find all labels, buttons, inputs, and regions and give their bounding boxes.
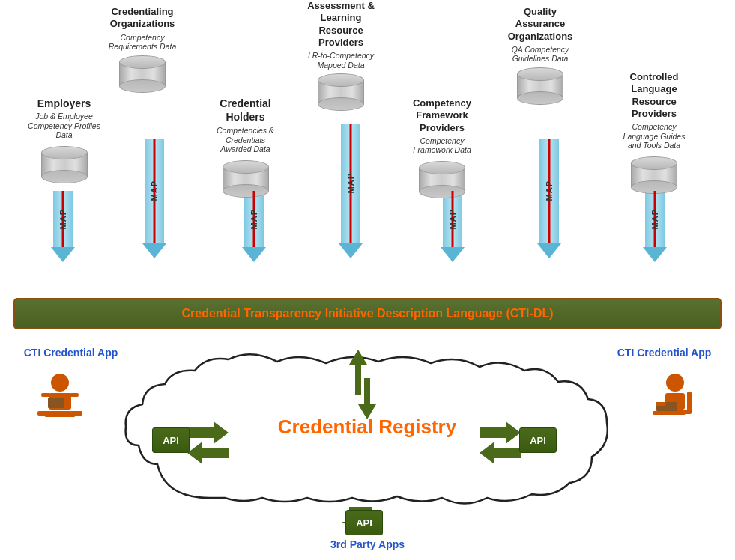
right-arrow-right — [480, 421, 521, 444]
api-box-left: API — [152, 427, 190, 453]
arrow-controlled-lang: MAP — [643, 191, 667, 262]
employers-col: Employers Job & EmployeeCompetency Profi… — [21, 97, 107, 189]
map-label-competency: MAP — [448, 209, 457, 229]
arrow-assessment: MAP — [339, 124, 363, 258]
svg-rect-5 — [41, 393, 50, 397]
top-section: Credentialing Organizations CompetencyRe… — [0, 0, 735, 331]
employers-sublabel: Job & EmployeeCompetency ProfilesData — [21, 112, 107, 140]
svg-rect-9 — [687, 392, 692, 413]
assessment-db-upper — [318, 73, 364, 111]
employers-title: Employers — [21, 97, 107, 109]
left-arrow-left — [187, 442, 229, 464]
person-icon-right — [645, 371, 705, 430]
arrow-credential-holders: MAP — [242, 191, 266, 262]
quality-title: QualityAssuranceOrganizations — [491, 6, 589, 43]
arrow-competency: MAP — [441, 191, 465, 262]
bottom-section: CTI Credential App CTI Credential App — [0, 333, 735, 560]
competency-sublabel: CompetencyFramework Data — [393, 136, 491, 155]
quality-db-upper — [517, 67, 563, 105]
svg-rect-6 — [70, 393, 79, 397]
credential-holders-db — [223, 160, 269, 198]
left-arrow-right — [187, 421, 229, 444]
credential-holders-sublabel: Competencies &CredentialsAwarded Data — [202, 126, 288, 154]
cti-left-label: CTI Credential App — [16, 347, 125, 359]
quality-upper: QualityAssuranceOrganizations QA Compete… — [491, 6, 589, 109]
api-left-label: API — [163, 435, 179, 446]
ctidl-banner: Credential Transparency Initiative Descr… — [13, 298, 722, 329]
svg-point-0 — [51, 374, 69, 392]
competency-db — [419, 161, 465, 198]
svg-point-7 — [666, 374, 684, 392]
right-arrow-left — [480, 442, 521, 464]
api-bottom-label: API — [356, 517, 372, 529]
controlled-lang-title: ControlledLanguageResourceProviders — [605, 71, 703, 120]
assessment-sublabel: LR-to-CompetencyMapped Data — [292, 51, 390, 70]
controlled-lang-sublabel: CompetencyLanguage Guidesand Tools Data — [605, 122, 703, 150]
ctidl-text: Credential Transparency Initiative Descr… — [181, 307, 553, 320]
credential-holders-col: CredentialHolders Competencies &Credenti… — [202, 97, 288, 204]
svg-marker-15 — [358, 378, 376, 419]
api-box-bottom: API — [345, 510, 383, 535]
credentialing-db-upper — [119, 55, 166, 93]
map-label-controlled-lang: MAP — [650, 209, 659, 229]
credentialing-title: Credentialing Organizations — [97, 6, 187, 31]
map-label-quality: MAP — [545, 180, 554, 201]
api-right-label: API — [530, 435, 546, 446]
api-box-right: API — [519, 427, 557, 453]
svg-rect-3 — [45, 416, 75, 417]
svg-rect-11 — [653, 411, 686, 415]
arrow-credentialing: MAP — [142, 139, 166, 258]
credentialing-upper: Credentialing Organizations CompetencyRe… — [97, 6, 187, 97]
competency-title: CompetencyFrameworkProviders — [393, 97, 491, 134]
svg-rect-4 — [48, 398, 64, 408]
svg-marker-19 — [480, 442, 521, 464]
center-arrows-down — [345, 378, 390, 419]
arrow-employers: MAP — [51, 191, 75, 262]
svg-marker-16 — [187, 421, 229, 444]
assessment-title: Assessment &LearningResourceProviders — [292, 0, 390, 49]
svg-rect-2 — [37, 411, 82, 416]
credential-holders-title: CredentialHolders — [202, 97, 288, 124]
assessment-upper: Assessment &LearningResourceProviders LR… — [292, 0, 390, 115]
employers-db — [41, 146, 88, 183]
svg-marker-17 — [187, 442, 229, 464]
cti-right-label: CTI Credential App — [610, 347, 719, 359]
credentialing-sublabel: CompetencyRequirements Data — [97, 33, 187, 52]
map-label-employers: MAP — [58, 209, 67, 229]
svg-rect-13 — [656, 402, 666, 406]
svg-marker-18 — [480, 421, 521, 444]
arrow-quality: MAP — [537, 139, 561, 258]
map-label-assessment: MAP — [346, 173, 355, 193]
map-label-credentialing: MAP — [150, 180, 159, 201]
third-party-label: 3rd Party Apps — [0, 538, 735, 550]
controlled-lang-db — [631, 156, 677, 194]
person-icon-left — [30, 371, 90, 430]
quality-sublabel: QA CompetencyGuidelines Data — [491, 45, 589, 64]
controlled-lang-col: ControlledLanguageResourceProviders Comp… — [605, 71, 703, 200]
map-label-credential-holders: MAP — [249, 209, 258, 229]
competency-col: CompetencyFrameworkProviders CompetencyF… — [393, 97, 491, 204]
